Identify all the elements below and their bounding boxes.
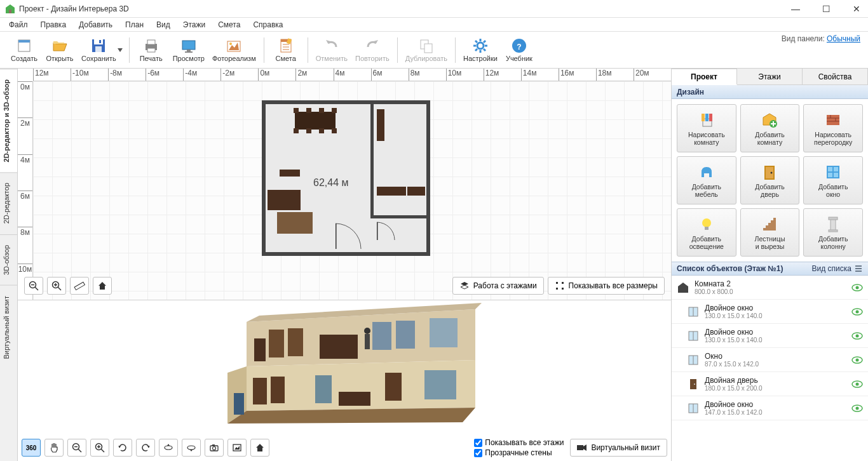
draw-room-button[interactable]: Нарисоватькомнату (677, 104, 736, 152)
preview-button[interactable]: Просмотр (169, 34, 208, 66)
panel-mode-link[interactable]: Обычный (827, 34, 860, 43)
add-furniture-icon (698, 163, 715, 181)
menu-этажи[interactable]: Этажи (178, 19, 210, 30)
settings-button[interactable]: Настройки (459, 34, 501, 66)
svg-rect-96 (577, 445, 583, 450)
visibility-toggle[interactable] (851, 380, 863, 388)
svg-rect-66 (320, 335, 358, 359)
add-door-button[interactable]: Добавитьдверь (740, 156, 800, 204)
object-item[interactable]: Двойная дверь180.0 x 15.0 x 200.0 (672, 372, 868, 396)
zoom-out-3d-button[interactable] (67, 439, 86, 457)
object-item[interactable]: Двойное окно147.0 x 15.0 x 142.0 (672, 396, 868, 420)
sofa[interactable] (277, 212, 313, 234)
print-icon (143, 37, 159, 54)
right-tab-Свойства[interactable]: Свойства (803, 69, 868, 84)
svg-rect-27 (424, 44, 432, 53)
zoom-in-button[interactable] (47, 277, 66, 295)
menu-план[interactable]: План (120, 19, 149, 30)
left-tab-0[interactable]: 2D-редактор и 3D-обзор (0, 69, 17, 172)
menu-добавить[interactable]: Добавить (74, 19, 118, 30)
menu-справка[interactable]: Справка (248, 19, 288, 30)
print-button[interactable]: Печать (133, 34, 169, 66)
menu-файл[interactable]: Файл (4, 19, 33, 30)
home-3d-button[interactable] (250, 439, 269, 457)
add-lighting-button[interactable]: Добавитьосвещение (677, 208, 736, 257)
object-item[interactable]: Двойное окно130.0 x 15.0 x 140.0 (672, 300, 868, 324)
svg-line-36 (484, 41, 485, 43)
visibility-toggle[interactable] (851, 308, 863, 316)
add-column-button[interactable]: Добавитьколонну (803, 208, 863, 257)
right-tab-Этажи[interactable]: Этажи (737, 69, 803, 84)
svg-rect-63 (372, 322, 391, 350)
wardrobe[interactable] (268, 190, 301, 210)
visibility-toggle[interactable] (851, 284, 863, 291)
svg-point-127 (856, 286, 859, 289)
transparent-walls-checkbox[interactable]: Прозрачные стены (474, 448, 564, 458)
visibility-toggle[interactable] (851, 356, 863, 364)
zoom-out-button[interactable] (24, 277, 43, 295)
create-button[interactable]: Создать (6, 34, 42, 66)
left-tab-3[interactable]: Виртуальный визит (0, 285, 17, 370)
cabinet[interactable] (280, 170, 300, 177)
maximize-button[interactable]: ☐ (820, 3, 832, 15)
save-button[interactable]: Сохранить (78, 34, 120, 66)
duplicate-icon (418, 37, 435, 54)
estimate-button[interactable]: Смета (268, 34, 304, 66)
tilt-down-button[interactable] (182, 439, 201, 457)
home-button[interactable] (93, 277, 112, 295)
stairs-cutouts-button[interactable]: Лестницыи вырезы (740, 208, 800, 257)
rotate-ccw-button[interactable] (113, 439, 132, 457)
zoom-in-3d-button[interactable] (90, 439, 109, 457)
close-button[interactable]: ✕ (850, 3, 863, 15)
rotate-cw-button[interactable] (136, 439, 155, 457)
open-button[interactable]: Открыть (42, 34, 78, 66)
svg-marker-125 (678, 283, 688, 293)
visibility-toggle[interactable] (851, 404, 863, 412)
minimize-button[interactable]: — (789, 3, 802, 15)
svg-rect-64 (396, 321, 415, 349)
svg-rect-73 (385, 373, 402, 401)
object-item[interactable]: Двойное окно130.0 x 15.0 x 140.0 (672, 324, 868, 348)
add-room-button[interactable]: Добавитькомнату (740, 104, 800, 152)
undo-button: Отменить (312, 34, 351, 66)
floorplan[interactable]: 62,44 м (262, 100, 430, 256)
table[interactable] (295, 112, 336, 130)
svg-point-91 (213, 447, 216, 450)
3d-canvas[interactable]: 360 Показывать все этажи Прозрачные стен… (18, 300, 671, 461)
snapshot-button[interactable] (227, 439, 247, 457)
orbit-button[interactable]: 360 (22, 439, 41, 457)
svg-point-147 (856, 406, 859, 410)
measure-button[interactable] (70, 277, 89, 295)
plan-canvas[interactable]: 12м-10м-8м-6м-4м-2м0м2м4м6м8м10м12м14м16… (18, 69, 671, 300)
list-mode-button[interactable]: Вид списка (812, 264, 863, 273)
object-item[interactable]: Окно87.0 x 15.0 x 142.0 (672, 348, 868, 372)
right-tabs: ПроектЭтажиСвойства (672, 69, 868, 85)
tutorial-button[interactable]: ?Учебник (501, 34, 537, 66)
draw-partition-button[interactable]: Нарисоватьперегородку (803, 104, 863, 152)
show-all-floors-checkbox[interactable]: Показывать все этажи (474, 438, 564, 448)
right-tab-Проект[interactable]: Проект (672, 69, 737, 85)
tilt-up-button[interactable] (159, 439, 178, 457)
visibility-toggle[interactable] (851, 332, 863, 340)
virtual-tour-button[interactable]: Виртуальный визит (570, 439, 667, 457)
svg-point-88 (187, 446, 195, 450)
add-furniture-button[interactable]: Добавитьмебель (677, 156, 736, 204)
screenshot-button[interactable] (205, 439, 224, 457)
plan-viewport[interactable]: 62,44 м (33, 81, 671, 300)
photoreal-button[interactable]: Фотореализм (208, 34, 260, 66)
add-window-button[interactable]: Добавитьокно (803, 156, 863, 204)
svg-point-117 (702, 218, 711, 227)
pan-button[interactable] (44, 439, 64, 457)
save-dropdown[interactable] (118, 48, 123, 52)
toolbar: СоздатьОткрытьСохранитьПечатьПросмотрФот… (0, 32, 868, 69)
svg-rect-119 (831, 219, 836, 230)
left-tab-2[interactable]: 3D-обзор (0, 234, 17, 285)
left-tab-1[interactable]: 2D-редактор (0, 172, 17, 234)
layers-icon (459, 281, 470, 291)
floors-work-button[interactable]: Работа с этажами (452, 277, 544, 295)
object-item[interactable]: Комната 2800.0 x 800.0 (672, 276, 868, 300)
show-dims-button[interactable]: Показывать все размеры (548, 277, 665, 295)
menu-правка[interactable]: Правка (36, 19, 72, 30)
menu-вид[interactable]: Вид (151, 19, 175, 30)
menu-смета[interactable]: Смета (213, 19, 245, 30)
